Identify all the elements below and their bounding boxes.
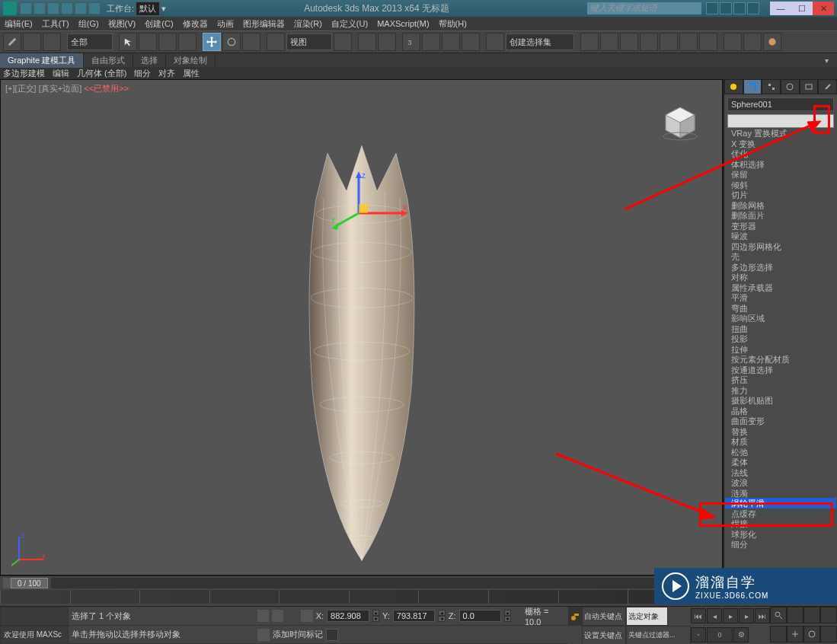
menu-customize[interactable]: 自定义(U) xyxy=(331,18,368,30)
ribbon-tab-selection[interactable]: 选择 xyxy=(133,53,166,68)
menu-animation[interactable]: 动画 xyxy=(217,18,234,30)
select-by-name-icon[interactable] xyxy=(139,33,157,51)
tab-motion-icon[interactable] xyxy=(781,79,800,94)
coord-toggle-icon[interactable] xyxy=(301,610,312,622)
coord-y-value[interactable]: 793.817 xyxy=(393,610,435,622)
bind-icon[interactable] xyxy=(43,33,61,51)
goto-start-icon[interactable]: ⏮ xyxy=(691,608,706,623)
tab-utilities-icon[interactable] xyxy=(818,79,837,94)
pan-icon[interactable] xyxy=(787,626,803,642)
mirror-icon[interactable] xyxy=(580,33,599,51)
menu-tools[interactable]: 工具(T) xyxy=(42,18,69,30)
select-region-icon[interactable] xyxy=(158,33,177,51)
modifier-item[interactable]: 材质 xyxy=(725,436,836,447)
isolate-icon[interactable] xyxy=(272,610,283,622)
menu-edit[interactable]: 编辑(E) xyxy=(5,18,33,30)
modifier-item[interactable]: 拉伸 xyxy=(725,344,836,355)
maximize-button[interactable]: ☐ xyxy=(791,2,813,15)
modifier-item[interactable]: 柔体 xyxy=(725,457,836,467)
menu-group[interactable]: 组(G) xyxy=(78,18,99,30)
minimize-button[interactable]: — xyxy=(770,2,791,15)
modifier-item[interactable]: 对称 xyxy=(725,272,836,282)
menu-help[interactable]: 帮助(H) xyxy=(439,18,467,30)
select-rotate-icon[interactable] xyxy=(222,33,241,51)
snap-toggle-icon[interactable]: 3 xyxy=(402,33,420,51)
modifier-item[interactable]: 替换 xyxy=(725,426,836,437)
close-button[interactable]: ✕ xyxy=(813,2,834,15)
manipulate-icon[interactable] xyxy=(358,33,376,51)
ribbon-tab-freeform[interactable]: 自由形式 xyxy=(84,53,133,68)
spinner-snap-icon[interactable] xyxy=(462,33,480,51)
field-of-view-icon[interactable] xyxy=(770,626,787,642)
menu-create[interactable]: 创建(C) xyxy=(145,18,173,30)
redo-icon[interactable] xyxy=(75,2,87,14)
modifier-item[interactable]: 四边形网格化 xyxy=(725,241,836,252)
percent-snap-icon[interactable] xyxy=(442,33,460,51)
transform-gizmo-icon[interactable]: z x y xyxy=(321,167,412,244)
ribbon-tab-paint[interactable]: 对象绘制 xyxy=(166,53,216,68)
center-pivot-icon[interactable] xyxy=(334,33,352,51)
layer-manager-icon[interactable] xyxy=(620,33,638,51)
script-lock-icon[interactable] xyxy=(257,629,270,641)
modifier-item[interactable]: 按通道选择 xyxy=(725,365,836,375)
new-icon[interactable] xyxy=(20,2,32,14)
zoom-extents-all-icon[interactable] xyxy=(820,607,837,623)
modifier-item[interactable]: 法线 xyxy=(725,467,836,478)
selection-filter[interactable]: 全部 xyxy=(67,33,113,50)
align-icon[interactable] xyxy=(600,33,618,51)
modifier-item[interactable]: 属性承载器 xyxy=(725,282,836,293)
ribbon-panel-props[interactable]: 属性 xyxy=(183,68,200,79)
render-setup-icon[interactable] xyxy=(724,33,742,51)
key-filter-button[interactable]: 关键点过滤器... xyxy=(626,626,691,644)
modifier-item[interactable]: 涡轮平滑 xyxy=(725,498,836,509)
current-frame-field[interactable]: 0 xyxy=(707,627,733,642)
help-favorite-icon[interactable] xyxy=(720,2,732,14)
modifier-item[interactable]: 多边形选择 xyxy=(725,262,836,273)
coord-x-value[interactable]: 882.908 xyxy=(327,610,369,622)
selected-obj-dropdown[interactable]: 选定对象 xyxy=(626,607,668,626)
keyboard-shortcut-icon[interactable] xyxy=(378,33,396,51)
set-key-button[interactable]: 设置关键点 xyxy=(582,626,626,644)
prev-frame-icon[interactable]: ◂ xyxy=(707,608,722,623)
maximize-viewport-icon[interactable] xyxy=(820,626,837,642)
time-tag-dropdown-icon[interactable] xyxy=(326,629,338,641)
object-name-field[interactable]: Sphere001 xyxy=(727,97,834,111)
unlink-icon[interactable] xyxy=(23,33,41,51)
help-exchange-icon[interactable] xyxy=(733,2,746,14)
modifier-item[interactable]: 晶格 xyxy=(725,406,836,416)
save-icon[interactable] xyxy=(47,2,59,14)
modifier-item[interactable]: 焊接 xyxy=(725,518,836,529)
script-listener-mini[interactable] xyxy=(0,607,69,626)
next-frame-icon[interactable]: ▸ xyxy=(739,608,754,623)
modifier-item[interactable]: 点缓存 xyxy=(725,509,836,519)
zoom-extents-icon[interactable] xyxy=(803,607,820,623)
render-icon[interactable] xyxy=(763,33,781,51)
modifier-item[interactable]: 松弛 xyxy=(725,447,836,457)
modifier-item[interactable]: 投影 xyxy=(725,333,836,344)
help-search-input[interactable]: 键入关键字或短语 xyxy=(587,2,701,14)
modifier-item[interactable]: 壳 xyxy=(725,251,836,262)
ref-coord-system[interactable]: 视图 xyxy=(286,33,332,50)
open-icon[interactable] xyxy=(34,2,46,14)
menu-rendering[interactable]: 渲染(R) xyxy=(294,18,322,30)
viewport-label[interactable]: [+][正交] [真实+边面] <<已禁用>> xyxy=(5,83,129,94)
tab-create-icon[interactable] xyxy=(724,79,743,94)
angle-snap-icon[interactable] xyxy=(422,33,440,51)
goto-end-icon[interactable]: ⏭ xyxy=(755,608,770,623)
ribbon-panel-geom[interactable]: 几何体 (全部) xyxy=(77,68,126,79)
coord-x-spinner[interactable]: ▴▾ xyxy=(372,610,379,622)
app-logo-icon[interactable] xyxy=(3,2,17,15)
key-mode-icon[interactable]: ◦ xyxy=(691,627,706,642)
modifier-item[interactable]: 扭曲 xyxy=(725,324,836,334)
animation-key-icon[interactable] xyxy=(568,607,582,626)
modifier-item[interactable]: 细分 xyxy=(725,539,836,550)
schematic-view-icon[interactable] xyxy=(679,33,698,51)
time-slider-handle[interactable]: 0 / 100 xyxy=(11,578,48,588)
help-network-icon[interactable] xyxy=(706,2,718,14)
ref-coord-icon[interactable] xyxy=(267,33,285,51)
modifier-item[interactable]: 噪波 xyxy=(725,231,836,241)
lock-selection-icon[interactable] xyxy=(257,610,269,622)
zoom-icon[interactable] xyxy=(770,607,787,623)
tab-modify-icon[interactable] xyxy=(743,79,762,94)
ribbon-expand-icon[interactable]: ▾ xyxy=(820,56,832,65)
